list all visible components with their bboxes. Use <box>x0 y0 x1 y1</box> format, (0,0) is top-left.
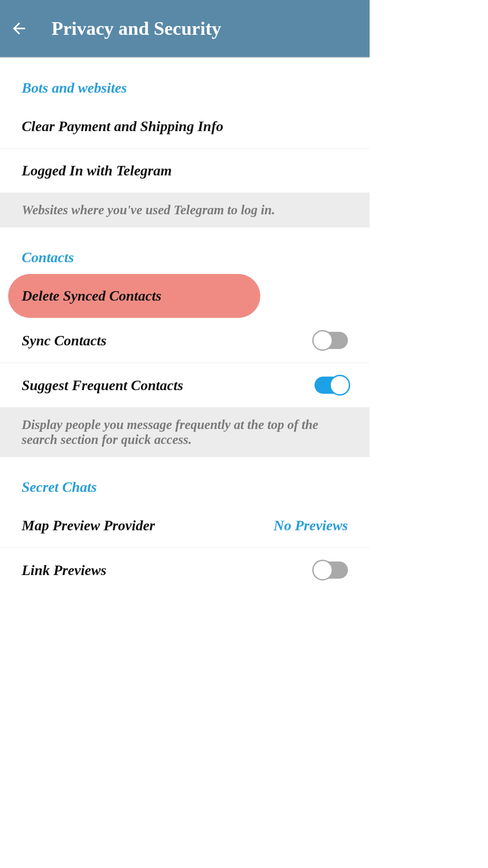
delete-synced-row[interactable]: Delete Synced Contacts <box>8 274 260 318</box>
link-previews-label: Link Previews <box>22 562 314 579</box>
map-preview-label: Map Preview Provider <box>22 517 274 534</box>
bots-websites-footer: Websites where you've used Telegram to l… <box>0 193 370 227</box>
suggest-frequent-row[interactable]: Suggest Frequent Contacts <box>0 363 370 407</box>
link-previews-toggle[interactable] <box>314 561 348 579</box>
suggest-frequent-label: Suggest Frequent Contacts <box>22 377 314 394</box>
link-previews-row[interactable]: Link Previews <box>0 548 370 592</box>
back-arrow-icon[interactable] <box>9 19 29 38</box>
map-preview-row[interactable]: Map Preview Provider No Previews <box>0 504 370 548</box>
app-header: Privacy and Security <box>0 0 370 58</box>
contacts-footer: Display people you message frequently at… <box>0 407 370 457</box>
section-contacts: Contacts <box>0 227 370 274</box>
section-bots-websites: Bots and websites <box>0 58 370 104</box>
sync-contacts-label: Sync Contacts <box>22 332 314 349</box>
logged-in-row[interactable]: Logged In with Telegram <box>0 149 370 193</box>
logged-in-label: Logged In with Telegram <box>22 162 348 179</box>
page-title: Privacy and Security <box>52 18 221 39</box>
clear-payment-row[interactable]: Clear Payment and Shipping Info <box>0 104 370 149</box>
map-preview-value: No Previews <box>274 517 348 534</box>
section-secret-chats: Secret Chats <box>0 457 370 504</box>
delete-synced-label: Delete Synced Contacts <box>22 288 247 304</box>
suggest-frequent-toggle[interactable] <box>314 377 348 394</box>
clear-payment-label: Clear Payment and Shipping Info <box>22 118 348 135</box>
sync-contacts-row[interactable]: Sync Contacts <box>0 318 370 363</box>
sync-contacts-toggle[interactable] <box>314 332 348 349</box>
